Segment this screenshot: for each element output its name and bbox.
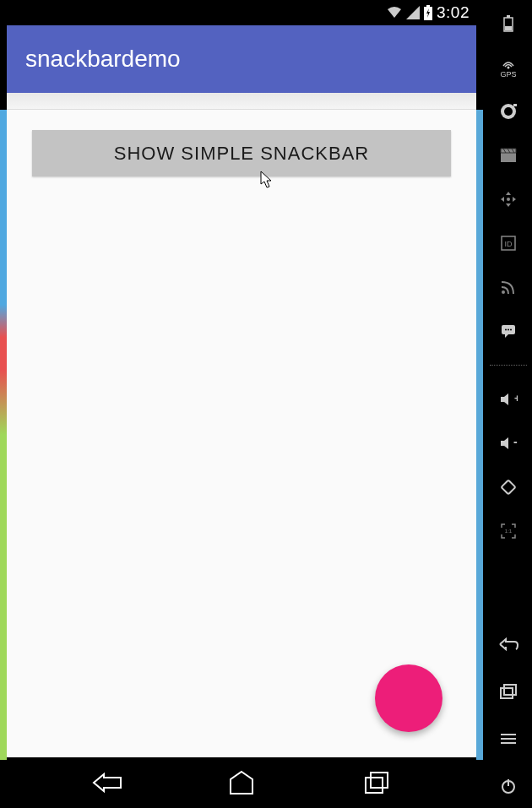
nav-back-button[interactable] <box>78 766 137 800</box>
battery-icon[interactable] <box>497 12 520 35</box>
svg-point-15 <box>502 290 505 294</box>
sidebar-back-icon[interactable] <box>497 632 520 656</box>
gps-label: GPS <box>500 71 516 79</box>
navigation-bar <box>7 757 476 808</box>
status-time: 3:02 <box>437 3 470 22</box>
nav-home-button[interactable] <box>212 766 271 800</box>
svg-point-12 <box>507 198 510 201</box>
svg-rect-2 <box>366 778 383 793</box>
svg-text:1:1: 1:1 <box>505 529 513 534</box>
show-snackbar-button[interactable]: SHOW SIMPLE SNACKBAR <box>32 130 451 176</box>
cellular-signal-icon <box>406 6 420 19</box>
svg-rect-6 <box>505 26 512 30</box>
emulator-frame: 3:02 snackbardemo SHOW SIMPLE SNACKBAR <box>0 0 485 808</box>
app-bar: snackbardemo <box>7 25 476 93</box>
fullscreen-icon[interactable]: 1:1 <box>497 519 520 543</box>
sidebar-divider <box>490 365 527 366</box>
svg-point-9 <box>504 107 513 116</box>
svg-point-19 <box>510 329 512 331</box>
svg-rect-22 <box>502 480 516 495</box>
volume-up-icon[interactable]: + <box>497 388 520 411</box>
mouse-cursor-icon <box>260 171 274 193</box>
rotate-icon[interactable] <box>497 475 520 499</box>
svg-point-18 <box>508 329 509 331</box>
dpad-icon[interactable] <box>497 187 520 211</box>
status-bar: 3:02 <box>7 0 476 25</box>
fingerprint-id-icon[interactable]: ID <box>497 231 520 255</box>
app-title: snackbardemo <box>25 46 181 73</box>
svg-text:+: + <box>514 393 518 404</box>
device-screen: 3:02 snackbardemo SHOW SIMPLE SNACKBAR <box>7 0 476 808</box>
battery-charging-icon <box>423 5 433 20</box>
wallpaper-right-edge <box>476 110 483 760</box>
svg-point-7 <box>508 66 510 68</box>
clapperboard-icon[interactable] <box>497 144 520 167</box>
svg-text:ID: ID <box>505 240 513 248</box>
floating-action-button[interactable] <box>375 664 442 732</box>
sms-icon[interactable] <box>497 319 520 343</box>
wallpaper-left-edge <box>0 110 7 760</box>
volume-down-icon[interactable]: - <box>497 431 520 455</box>
toolbar-shadow-strip <box>7 93 476 110</box>
svg-rect-1 <box>426 5 430 7</box>
sidebar-recents-icon[interactable] <box>497 680 520 703</box>
camera-icon[interactable] <box>497 100 520 123</box>
svg-rect-24 <box>501 688 513 698</box>
emulator-sidebar: GPS ID + - 1:1 <box>485 0 532 808</box>
nav-recents-button[interactable] <box>346 766 405 800</box>
svg-rect-5 <box>507 15 510 18</box>
svg-point-17 <box>505 329 507 331</box>
svg-rect-25 <box>504 685 516 695</box>
svg-rect-3 <box>371 773 388 788</box>
svg-rect-11 <box>501 153 516 162</box>
content-area: SHOW SIMPLE SNACKBAR <box>7 110 476 757</box>
rss-network-icon[interactable] <box>497 275 520 299</box>
sidebar-menu-icon[interactable] <box>497 727 520 751</box>
gps-icon[interactable]: GPS <box>497 56 520 79</box>
svg-rect-10 <box>513 104 517 106</box>
sidebar-power-icon[interactable] <box>497 774 520 798</box>
wifi-icon <box>386 6 403 19</box>
svg-text:-: - <box>513 436 518 448</box>
